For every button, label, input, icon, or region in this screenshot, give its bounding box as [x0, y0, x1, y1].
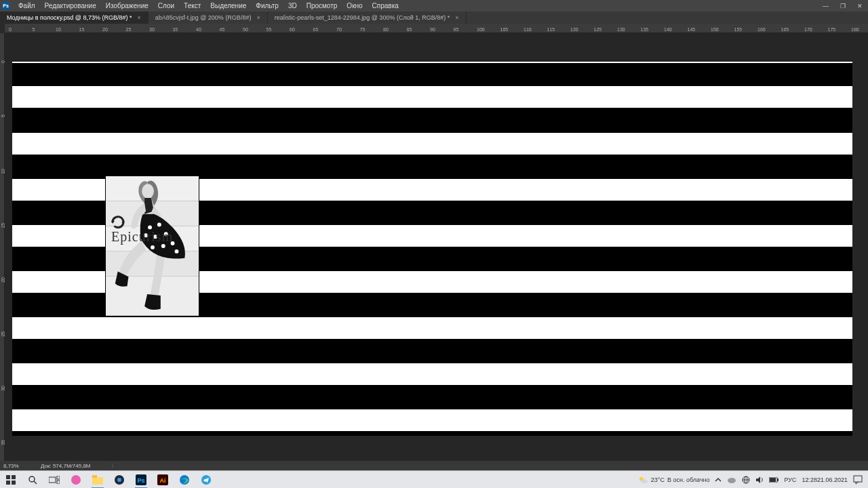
tray-chevron-up-icon[interactable] [715, 476, 722, 483]
file-explorer-icon[interactable] [89, 471, 106, 489]
minimize-button[interactable]: — [817, 0, 834, 12]
svg-rect-17 [57, 476, 60, 479]
svg-rect-20 [92, 477, 103, 485]
ruler-tick: 70 [336, 27, 342, 32]
clock[interactable]: 12:28 21.06.2021 [802, 476, 848, 483]
status-arrow-icon[interactable]: 〉 [111, 462, 117, 470]
ruler-tick: 110 [524, 27, 532, 32]
svg-text:Ai: Ai [160, 477, 166, 484]
svg-rect-10 [6, 475, 10, 479]
zoom-level[interactable]: 8,73% [0, 463, 37, 469]
document-canvas[interactable]: Epicurism [12, 62, 852, 436]
svg-point-2 [157, 223, 161, 227]
maximize-button[interactable]: ❐ [834, 0, 851, 12]
edge-icon[interactable] [176, 471, 193, 489]
time: 12:28 [802, 476, 817, 483]
menu-file[interactable]: Файл [14, 2, 40, 9]
close-icon[interactable]: × [455, 14, 458, 21]
task-view-icon[interactable] [45, 471, 63, 489]
weather-widget[interactable]: 23°C В осн. облачно [637, 474, 710, 485]
menu-window[interactable]: Окно [342, 2, 367, 9]
photoshop-icon[interactable]: Ps [132, 471, 150, 489]
svg-point-14 [29, 476, 35, 482]
ruler-tick: 45 [220, 27, 225, 32]
menu-filter[interactable]: Фильтр [251, 2, 283, 9]
menu-edit[interactable]: Редактирование [40, 2, 101, 9]
svg-rect-39 [854, 476, 862, 482]
close-icon[interactable]: × [256, 14, 260, 21]
tab-label: abA85cvjsf-t.jpg @ 200% (RGB/8#) [155, 14, 252, 21]
close-icon[interactable]: × [137, 14, 140, 21]
windows-taskbar: Ps Ai 23°C В осн. облачно РУС 12:28 21.0… [0, 470, 868, 488]
app-dark-icon[interactable] [111, 471, 128, 489]
stripe [12, 409, 852, 431]
ruler-tick: 0 [9, 27, 12, 32]
status-bar: 8,73% Док: 574,7M/745,8M 〉 [0, 461, 868, 470]
menu-3d[interactable]: 3D [283, 2, 302, 9]
canvas-area[interactable]: Epicurism [5, 33, 868, 461]
ruler-tick: 20 [102, 27, 108, 32]
svg-point-23 [117, 478, 121, 482]
menu-layers[interactable]: Слои [153, 2, 179, 9]
ruler-tick: 60 [290, 27, 295, 32]
svg-rect-38 [770, 478, 776, 482]
overlay-text: Epicurism [111, 229, 173, 245]
svg-rect-16 [49, 477, 56, 483]
ruler-tick: 115 [547, 27, 555, 32]
ruler-vertical[interactable]: 051015202530354045505560657075 [0, 33, 5, 461]
system-tray: 23°C В осн. облачно РУС 12:28 21.06.2021 [635, 471, 865, 488]
tab-label: Модницы в полоску.psd @ 8,73% (RGB/8#) * [7, 14, 132, 21]
menu-view[interactable]: Просмотр [302, 2, 342, 9]
tab-label: realistic-pearls-set_1284-22984.jpg @ 30… [275, 14, 450, 21]
illustrator-icon[interactable]: Ai [154, 471, 172, 489]
ruler-tick: 105 [500, 27, 509, 32]
onedrive-icon[interactable] [727, 476, 736, 483]
language-indicator[interactable]: РУС [784, 476, 796, 483]
ruler-tick: 80 [383, 27, 389, 32]
ruler-tick: 95 [454, 27, 459, 32]
stripe [12, 133, 852, 155]
battery-icon[interactable] [769, 477, 778, 483]
telegram-icon[interactable] [197, 471, 215, 489]
document-tabs: Модницы в полоску.psd @ 8,73% (RGB/8#) *… [0, 12, 868, 24]
weather-temp: 23°C [651, 476, 665, 483]
menu-select[interactable]: Выделение [205, 2, 251, 9]
canvas-top-edge [12, 62, 852, 63]
ruler-tick: 135 [641, 27, 649, 32]
sound-icon[interactable] [755, 476, 764, 484]
ruler-tick: 160 [757, 27, 766, 32]
tab-2[interactable]: realistic-pearls-set_1284-22984.jpg @ 30… [268, 12, 467, 24]
menu-bar: Ps Файл Редактирование Изображение Слои … [0, 0, 868, 12]
ruler-tick: 165 [781, 27, 789, 32]
ruler-tick: 150 [711, 27, 719, 32]
search-icon[interactable] [24, 471, 41, 489]
ruler-tick: 50 [243, 27, 248, 32]
doc-info[interactable]: Док: 574,7M/745,8M [37, 463, 91, 469]
tab-1[interactable]: abA85cvjsf-t.jpg @ 200% (RGB/8#) × [149, 12, 268, 24]
stripe [12, 317, 852, 339]
placed-photo[interactable]: Epicurism [105, 176, 199, 317]
app-generic-icon[interactable] [67, 471, 85, 489]
svg-point-8 [151, 245, 155, 249]
tab-0[interactable]: Модницы в полоску.psd @ 8,73% (RGB/8#) *… [0, 12, 149, 24]
ruler-tick: 65 [313, 27, 319, 32]
ruler-horizontal[interactable]: 0510152025303540455055606570758085909510… [5, 24, 868, 33]
ruler-tick: 90 [430, 27, 435, 32]
svg-point-0 [142, 184, 154, 199]
close-button[interactable]: ✕ [851, 0, 868, 12]
ruler-tick: 145 [688, 27, 696, 32]
svg-point-32 [728, 478, 736, 483]
start-button[interactable] [2, 471, 20, 489]
ruler-tick: 5 [33, 27, 35, 32]
svg-rect-21 [92, 475, 97, 478]
svg-point-19 [71, 475, 81, 485]
ruler-tick: 180 [851, 27, 859, 32]
menu-image[interactable]: Изображение [101, 2, 153, 9]
menu-help[interactable]: Справка [368, 2, 403, 9]
notifications-icon[interactable] [853, 475, 863, 485]
ruler-tick: 155 [734, 27, 743, 32]
stripe [12, 363, 852, 385]
network-icon[interactable] [742, 476, 750, 484]
ruler-tick: 55 [267, 27, 272, 32]
menu-text[interactable]: Текст [179, 2, 205, 9]
